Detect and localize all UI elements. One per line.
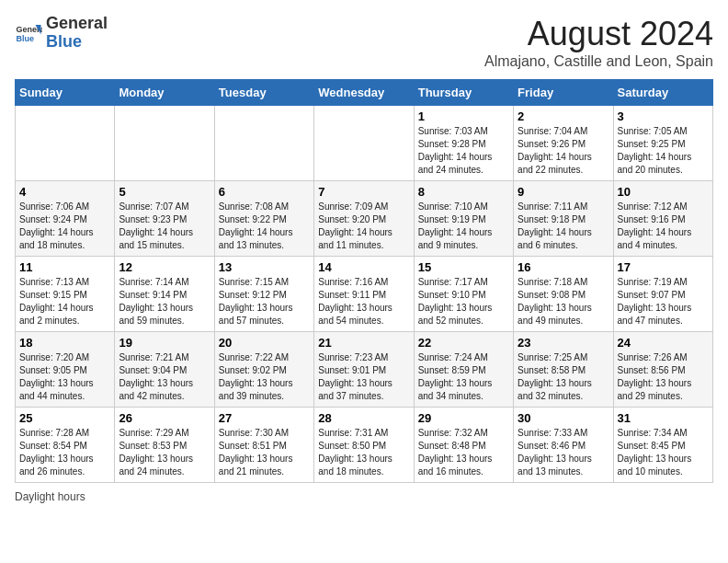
day-number: 29 <box>418 411 509 425</box>
day-info: Sunrise: 7:19 AM Sunset: 9:07 PM Dayligh… <box>618 276 709 327</box>
weekday-header-wednesday: Wednesday <box>314 80 414 106</box>
calendar-cell: 20Sunrise: 7:22 AM Sunset: 9:02 PM Dayli… <box>214 332 313 408</box>
calendar-cell <box>16 106 115 181</box>
day-number: 26 <box>119 411 210 425</box>
calendar-cell: 12Sunrise: 7:14 AM Sunset: 9:14 PM Dayli… <box>115 257 214 332</box>
day-number: 23 <box>518 336 609 350</box>
calendar-cell <box>214 106 313 181</box>
day-info: Sunrise: 7:26 AM Sunset: 8:56 PM Dayligh… <box>618 351 709 403</box>
day-info: Sunrise: 7:08 AM Sunset: 9:22 PM Dayligh… <box>219 201 310 252</box>
calendar-table: SundayMondayTuesdayWednesdayThursdayFrid… <box>15 79 713 483</box>
day-number: 5 <box>119 185 210 199</box>
logo: General Blue General Blue <box>15 15 108 52</box>
calendar-cell: 2Sunrise: 7:04 AM Sunset: 9:26 PM Daylig… <box>514 106 613 181</box>
calendar-week-row: 25Sunrise: 7:28 AM Sunset: 8:54 PM Dayli… <box>16 408 713 483</box>
day-number: 15 <box>418 260 509 274</box>
calendar-week-row: 11Sunrise: 7:13 AM Sunset: 9:15 PM Dayli… <box>16 257 713 332</box>
calendar-cell: 26Sunrise: 7:29 AM Sunset: 8:53 PM Dayli… <box>115 408 214 483</box>
calendar-cell: 17Sunrise: 7:19 AM Sunset: 9:07 PM Dayli… <box>613 257 712 332</box>
day-info: Sunrise: 7:05 AM Sunset: 9:25 PM Dayligh… <box>618 125 709 177</box>
day-number: 20 <box>219 336 310 350</box>
calendar-cell: 22Sunrise: 7:24 AM Sunset: 8:59 PM Dayli… <box>414 332 513 408</box>
calendar-cell: 23Sunrise: 7:25 AM Sunset: 8:58 PM Dayli… <box>514 332 613 408</box>
day-number: 12 <box>119 260 210 274</box>
day-info: Sunrise: 7:22 AM Sunset: 9:02 PM Dayligh… <box>219 351 310 403</box>
calendar-cell: 30Sunrise: 7:33 AM Sunset: 8:46 PM Dayli… <box>514 408 613 483</box>
day-info: Sunrise: 7:11 AM Sunset: 9:18 PM Dayligh… <box>518 201 609 252</box>
calendar-cell: 14Sunrise: 7:16 AM Sunset: 9:11 PM Dayli… <box>314 257 414 332</box>
day-number: 11 <box>19 260 110 274</box>
calendar-cell: 31Sunrise: 7:34 AM Sunset: 8:45 PM Dayli… <box>613 408 712 483</box>
weekday-header-saturday: Saturday <box>613 80 712 106</box>
day-info: Sunrise: 7:07 AM Sunset: 9:23 PM Dayligh… <box>119 201 210 252</box>
footer-note: Daylight hours <box>15 490 713 503</box>
day-number: 31 <box>618 411 709 425</box>
calendar-cell: 9Sunrise: 7:11 AM Sunset: 9:18 PM Daylig… <box>514 181 613 257</box>
day-number: 2 <box>518 109 609 123</box>
day-number: 4 <box>19 185 110 199</box>
day-number: 6 <box>219 185 310 199</box>
day-info: Sunrise: 7:21 AM Sunset: 9:04 PM Dayligh… <box>119 351 210 403</box>
day-info: Sunrise: 7:17 AM Sunset: 9:10 PM Dayligh… <box>418 276 509 327</box>
day-info: Sunrise: 7:04 AM Sunset: 9:26 PM Dayligh… <box>518 125 609 177</box>
weekday-header-tuesday: Tuesday <box>214 80 313 106</box>
calendar-cell: 21Sunrise: 7:23 AM Sunset: 9:01 PM Dayli… <box>314 332 414 408</box>
calendar-cell: 7Sunrise: 7:09 AM Sunset: 9:20 PM Daylig… <box>314 181 414 257</box>
day-info: Sunrise: 7:23 AM Sunset: 9:01 PM Dayligh… <box>318 351 409 403</box>
calendar-cell: 16Sunrise: 7:18 AM Sunset: 9:08 PM Dayli… <box>514 257 613 332</box>
day-number: 27 <box>219 411 310 425</box>
day-number: 1 <box>418 109 509 123</box>
day-info: Sunrise: 7:28 AM Sunset: 8:54 PM Dayligh… <box>19 427 110 478</box>
day-info: Sunrise: 7:30 AM Sunset: 8:51 PM Dayligh… <box>219 427 310 478</box>
calendar-cell: 28Sunrise: 7:31 AM Sunset: 8:50 PM Dayli… <box>314 408 414 483</box>
weekday-header-thursday: Thursday <box>414 80 513 106</box>
weekday-header-row: SundayMondayTuesdayWednesdayThursdayFrid… <box>16 80 713 106</box>
calendar-week-row: 18Sunrise: 7:20 AM Sunset: 9:05 PM Dayli… <box>16 332 713 408</box>
day-number: 21 <box>318 336 409 350</box>
day-number: 13 <box>219 260 310 274</box>
calendar-cell: 6Sunrise: 7:08 AM Sunset: 9:22 PM Daylig… <box>214 181 313 257</box>
calendar-week-row: 4Sunrise: 7:06 AM Sunset: 9:24 PM Daylig… <box>16 181 713 257</box>
calendar-cell: 19Sunrise: 7:21 AM Sunset: 9:04 PM Dayli… <box>115 332 214 408</box>
calendar-week-row: 1Sunrise: 7:03 AM Sunset: 9:28 PM Daylig… <box>16 106 713 181</box>
calendar-cell: 18Sunrise: 7:20 AM Sunset: 9:05 PM Dayli… <box>16 332 115 408</box>
day-info: Sunrise: 7:09 AM Sunset: 9:20 PM Dayligh… <box>318 201 409 252</box>
day-info: Sunrise: 7:15 AM Sunset: 9:12 PM Dayligh… <box>219 276 310 327</box>
day-info: Sunrise: 7:06 AM Sunset: 9:24 PM Dayligh… <box>19 201 110 252</box>
calendar-cell: 29Sunrise: 7:32 AM Sunset: 8:48 PM Dayli… <box>414 408 513 483</box>
day-number: 8 <box>418 185 509 199</box>
day-info: Sunrise: 7:32 AM Sunset: 8:48 PM Dayligh… <box>418 427 509 478</box>
calendar-cell <box>314 106 414 181</box>
calendar-cell <box>115 106 214 181</box>
day-number: 19 <box>119 336 210 350</box>
day-number: 24 <box>618 336 709 350</box>
logo-general-text: General <box>46 14 108 32</box>
weekday-header-sunday: Sunday <box>16 80 115 106</box>
day-info: Sunrise: 7:12 AM Sunset: 9:16 PM Dayligh… <box>618 201 709 252</box>
day-info: Sunrise: 7:25 AM Sunset: 8:58 PM Dayligh… <box>518 351 609 403</box>
calendar-cell: 13Sunrise: 7:15 AM Sunset: 9:12 PM Dayli… <box>214 257 313 332</box>
day-number: 9 <box>518 185 609 199</box>
title-area: August 2024 Almajano, Castille and Leon,… <box>484 15 713 70</box>
logo-blue-text: Blue <box>46 32 82 51</box>
day-info: Sunrise: 7:20 AM Sunset: 9:05 PM Dayligh… <box>19 351 110 403</box>
calendar-cell: 1Sunrise: 7:03 AM Sunset: 9:28 PM Daylig… <box>414 106 513 181</box>
day-number: 7 <box>318 185 409 199</box>
day-info: Sunrise: 7:34 AM Sunset: 8:45 PM Dayligh… <box>618 427 709 478</box>
day-info: Sunrise: 7:29 AM Sunset: 8:53 PM Dayligh… <box>119 427 210 478</box>
calendar-cell: 5Sunrise: 7:07 AM Sunset: 9:23 PM Daylig… <box>115 181 214 257</box>
calendar-cell: 10Sunrise: 7:12 AM Sunset: 9:16 PM Dayli… <box>613 181 712 257</box>
calendar-cell: 25Sunrise: 7:28 AM Sunset: 8:54 PM Dayli… <box>16 408 115 483</box>
day-info: Sunrise: 7:16 AM Sunset: 9:11 PM Dayligh… <box>318 276 409 327</box>
calendar-cell: 27Sunrise: 7:30 AM Sunset: 8:51 PM Dayli… <box>214 408 313 483</box>
day-info: Sunrise: 7:24 AM Sunset: 8:59 PM Dayligh… <box>418 351 509 403</box>
svg-text:Blue: Blue <box>17 34 35 43</box>
day-number: 28 <box>318 411 409 425</box>
day-number: 22 <box>418 336 509 350</box>
weekday-header-monday: Monday <box>115 80 214 106</box>
calendar-cell: 4Sunrise: 7:06 AM Sunset: 9:24 PM Daylig… <box>16 181 115 257</box>
day-number: 3 <box>618 109 709 123</box>
day-number: 25 <box>19 411 110 425</box>
day-info: Sunrise: 7:14 AM Sunset: 9:14 PM Dayligh… <box>119 276 210 327</box>
day-number: 30 <box>518 411 609 425</box>
